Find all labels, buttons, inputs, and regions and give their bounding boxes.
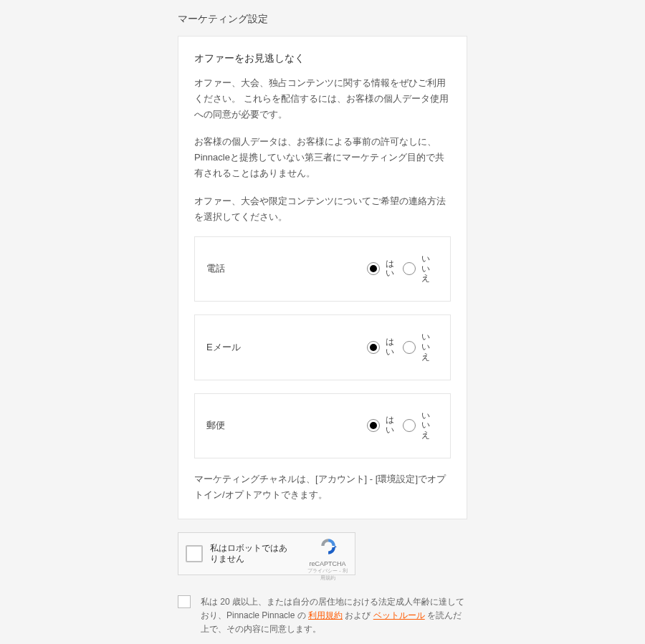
radio-label-no: いいえ xyxy=(421,254,430,284)
page-title: マーケティング設定 xyxy=(178,13,467,26)
svg-marker-0 xyxy=(334,546,337,547)
marketing-card: オファーをお見逃しなく オファー、大会、独占コンテンツに関する情報をぜひご利用く… xyxy=(178,36,467,519)
radio-label-no: いいえ xyxy=(421,411,430,441)
recaptcha-links: プライバシー - 利用規約 xyxy=(306,567,349,582)
recaptcha-text: 私はロボットではありません xyxy=(210,543,293,565)
pref-label-email: Eメール xyxy=(206,341,358,354)
link-terms[interactable]: 利用規約 xyxy=(308,610,343,620)
card-text-3: オファー、大会や限定コンテンツについてご希望の連絡方法を選択してください。 xyxy=(194,193,451,225)
pref-row-phone: 電話 はい いいえ xyxy=(194,236,451,302)
recaptcha-box: 私はロボットではありません reCAPTCHA プライバシー - 利用規約 xyxy=(178,532,355,575)
pref-label-phone: 電話 xyxy=(206,262,358,275)
radio-label-yes: はい xyxy=(386,259,394,279)
radio-label-no: いいえ xyxy=(421,332,430,362)
link-bet-rules[interactable]: ベットルール xyxy=(373,610,425,620)
card-footnote: マーケティングチャネルは、[アカウント] - [環境設定]でオプトイン/オプトア… xyxy=(194,471,451,503)
radio-phone-no[interactable] xyxy=(403,262,416,275)
recaptcha-icon xyxy=(318,537,337,556)
radio-mail-yes[interactable] xyxy=(367,419,380,432)
checkbox-age-terms[interactable] xyxy=(178,595,191,608)
consent-age-terms: 私は 20 歳以上、または自分の居住地における法定成人年齢に達しており、Pinn… xyxy=(178,595,467,637)
consent-age-terms-text: 私は 20 歳以上、または自分の居住地における法定成人年齢に達しており、Pinn… xyxy=(201,595,467,637)
recaptcha-logo: reCAPTCHA プライバシー - 利用規約 xyxy=(306,537,349,582)
radio-email-no[interactable] xyxy=(403,341,416,354)
card-text-2: お客様の個人データは、お客様による事前の許可なしに、Pinnacleと提携してい… xyxy=(194,134,451,181)
recaptcha-brand: reCAPTCHA xyxy=(306,560,349,567)
consent1-mid: および xyxy=(343,610,373,620)
radio-mail-no[interactable] xyxy=(403,419,416,432)
pref-label-mail: 郵便 xyxy=(206,419,358,432)
radio-email-yes[interactable] xyxy=(367,341,380,354)
card-text-1: オファー、大会、独占コンテンツに関する情報をぜひご利用ください。 これらを配信す… xyxy=(194,75,451,122)
recaptcha-checkbox[interactable] xyxy=(186,545,203,562)
pref-row-mail: 郵便 はい いいえ xyxy=(194,393,451,458)
card-title: オファーをお見逃しなく xyxy=(194,52,451,65)
radio-label-yes: はい xyxy=(386,337,394,357)
radio-label-yes: はい xyxy=(386,415,394,436)
pref-row-email: Eメール はい いいえ xyxy=(194,314,451,380)
radio-phone-yes[interactable] xyxy=(367,262,380,275)
